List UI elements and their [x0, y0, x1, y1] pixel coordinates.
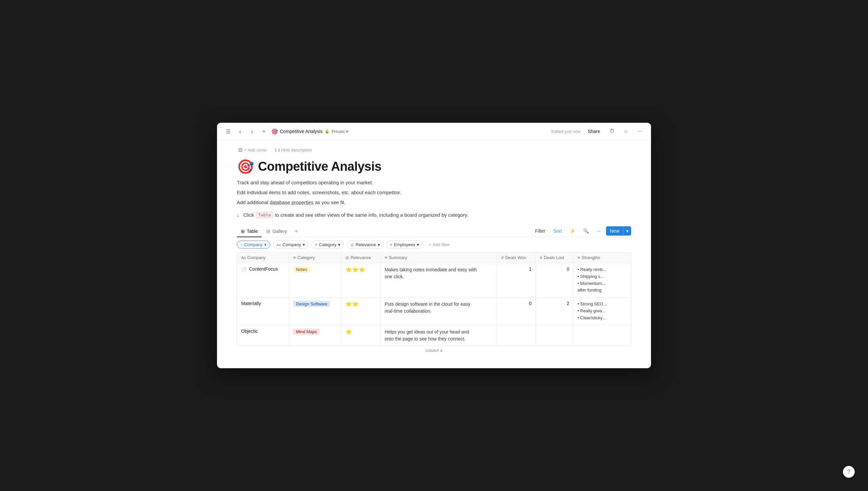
more-toolbar-button[interactable]: ··· [594, 227, 603, 235]
relevance-stars-2: ⭐⭐ [346, 301, 359, 307]
share-button[interactable]: Share [585, 127, 603, 135]
col-header-category[interactable]: ≡ Category [289, 253, 341, 263]
views-bar: ⊞ Table ⊟ Gallery + Filter Sort [237, 226, 631, 237]
tab-table[interactable]: ⊞ Table [237, 226, 262, 237]
privacy-dropdown[interactable]: Private ▾ [331, 129, 348, 134]
tab-gallery[interactable]: ⊟ Gallery [262, 226, 291, 237]
lock-icon: 🔒 [325, 129, 329, 134]
page-emoji-nav: 🎯 [271, 128, 278, 135]
cell-category-3: Mind Maps [289, 325, 341, 346]
col-header-strengths[interactable]: ≡ Strengths [573, 253, 631, 263]
col-header-relevance[interactable]: ◎ Relevance [341, 253, 381, 263]
page-title-row: 🎯 Competitive Analysis [237, 158, 631, 175]
page-actions-bar: 🖼 + Add cover ℹ ℹ Hide description [237, 147, 631, 153]
table-tag: Table [256, 212, 273, 218]
filter-chip-relevance[interactable]: ◎ Relevance ▾ [347, 240, 383, 249]
cell-deals-won-3 [497, 325, 536, 346]
cell-company-3: Objectic [237, 325, 289, 346]
col-deals-won-icon: # [501, 255, 504, 260]
col-summary-icon: ≡ [385, 255, 387, 260]
sort-button[interactable]: Sort [551, 227, 565, 235]
history-icon[interactable]: ⏱ [607, 127, 617, 136]
cell-relevance-2: ⭐⭐ [341, 297, 381, 325]
table-header-row: Aa Company ≡ Category ◎ [237, 253, 631, 263]
cell-company-2: Materially [237, 297, 289, 325]
page-emoji-large: 🎯 [237, 158, 254, 175]
col-header-company[interactable]: Aa Company [237, 253, 289, 263]
relevance-stars-3: ⭐ [346, 329, 352, 335]
cell-summary-2: Puts design software in the cloud for ea… [381, 297, 497, 325]
relevance-filter-icon: ◎ [350, 242, 354, 247]
cell-deals-won-2: 0 [497, 297, 536, 325]
add-view-button[interactable]: + [292, 227, 301, 236]
page-content: 🖼 + Add cover ℹ ℹ Hide description 🎯 Com… [217, 140, 651, 368]
search-icon: 🔍 [583, 228, 589, 234]
col-category-icon: ≡ [293, 255, 296, 260]
more-options-icon[interactable]: ··· [635, 127, 645, 136]
database-properties-link[interactable]: database properties [270, 200, 313, 205]
table-view-icon: ⊞ [241, 229, 245, 234]
more-icon: ··· [597, 228, 601, 234]
add-page-button[interactable]: + [259, 127, 269, 136]
cell-relevance-3: ⭐ [341, 325, 381, 346]
col-relevance-icon: ◎ [346, 255, 349, 260]
last-edited: Edited just now [551, 129, 580, 134]
col-company-icon: Aa [241, 256, 245, 260]
cell-category-1: Notes [289, 263, 341, 297]
app-window: ☰ ‹ › + 🎯 Competitive Analysis 🔒 Private… [217, 123, 651, 368]
filter-button[interactable]: Filter [533, 227, 548, 235]
col-header-summary[interactable]: ≡ Summary [381, 253, 497, 263]
page-hint: ↓ Click Table to create and see other vi… [237, 212, 631, 218]
filter-chip-company[interactable]: Aa Company ▾ [273, 240, 309, 249]
toolbar-right: Filter Sort ⚡ 🔍 ··· New ▾ [533, 226, 631, 237]
col-deals-lost-icon: # [540, 255, 542, 260]
add-filter-icon: + [429, 242, 431, 247]
page-title: Competitive Analysis [258, 160, 381, 174]
filter-chip-employees[interactable]: # Employees ▾ [386, 240, 423, 249]
add-cover-button[interactable]: 🖼 + Add cover [237, 147, 268, 153]
menu-icon[interactable]: ☰ [223, 127, 233, 136]
lightning-icon: ⚡ [570, 228, 575, 234]
help-button[interactable]: ? [843, 466, 855, 478]
col-header-deals-lost[interactable]: # Deals Lost [536, 253, 573, 263]
table-row[interactable]: Materially Design Software ⭐⭐ Puts desig… [237, 297, 631, 325]
cell-strengths-1: • Really nimb... • Shipping s... • Momen… [573, 263, 631, 297]
new-button[interactable]: New ▾ [606, 226, 631, 236]
topbar-right: Edited just now Share ⏱ ☆ ··· [551, 127, 645, 136]
page-description-2: Edit individual items to add notes, scre… [237, 189, 631, 197]
views-tabs: ⊞ Table ⊟ Gallery + [237, 226, 301, 237]
filters-bar: ↑ Company ▾ Aa Company ▾ ≡ Category ▾ ◎ … [237, 237, 631, 252]
company-doc-icon-1: 📄 [241, 267, 246, 272]
employees-filter-icon: # [390, 242, 392, 247]
add-filter-button[interactable]: + Add filter [425, 241, 453, 249]
group-by-icon: ↑ [240, 242, 242, 247]
search-button[interactable]: 🔍 [580, 227, 592, 235]
favorite-icon[interactable]: ☆ [621, 127, 630, 136]
hide-description-button[interactable]: ℹ ℹ Hide description [274, 147, 313, 153]
relevance-stars-1: ⭐⭐⭐ [346, 267, 365, 272]
back-button[interactable]: ‹ [236, 127, 245, 136]
cell-relevance-1: ⭐⭐⭐ [341, 263, 381, 297]
forward-button[interactable]: › [247, 127, 257, 136]
table-count-row: COUNT 6 [237, 346, 631, 355]
cell-summary-3: Helps you get ideas out of your head and… [381, 325, 497, 346]
cell-company-1: 📄 ContentFocus [237, 263, 289, 297]
page-title-nav: Competitive Analysis [280, 129, 323, 134]
category-filter-icon: ≡ [315, 242, 318, 247]
page-breadcrumb: 🎯 Competitive Analysis 🔒 Private ▾ [271, 128, 348, 135]
table-row[interactable]: 📄 ContentFocus Notes ⭐⭐⭐ Makes taking no… [237, 263, 631, 297]
col-strengths-icon: ≡ [577, 255, 580, 260]
category-tag-3: Mind Maps [293, 328, 320, 335]
filter-chip-group-by[interactable]: ↑ Company ▾ [237, 240, 270, 249]
page-description-3: Add additional database properties as yo… [237, 199, 631, 206]
company-filter-icon: Aa [276, 243, 281, 247]
lightning-button[interactable]: ⚡ [567, 227, 578, 235]
new-button-chevron: ▾ [623, 226, 631, 236]
col-header-deals-won[interactable]: # Deals Won [497, 253, 536, 263]
cell-strengths-2: • Strong SEO... • Really grea... • Clear… [573, 297, 631, 325]
cell-category-2: Design Software [289, 297, 341, 325]
data-table: Aa Company ≡ Category ◎ [237, 252, 631, 346]
filter-chip-category[interactable]: ≡ Category ▾ [311, 240, 344, 249]
cell-strengths-3 [573, 325, 631, 346]
table-row[interactable]: Objectic Mind Maps ⭐ Helps you get ideas… [237, 325, 631, 346]
